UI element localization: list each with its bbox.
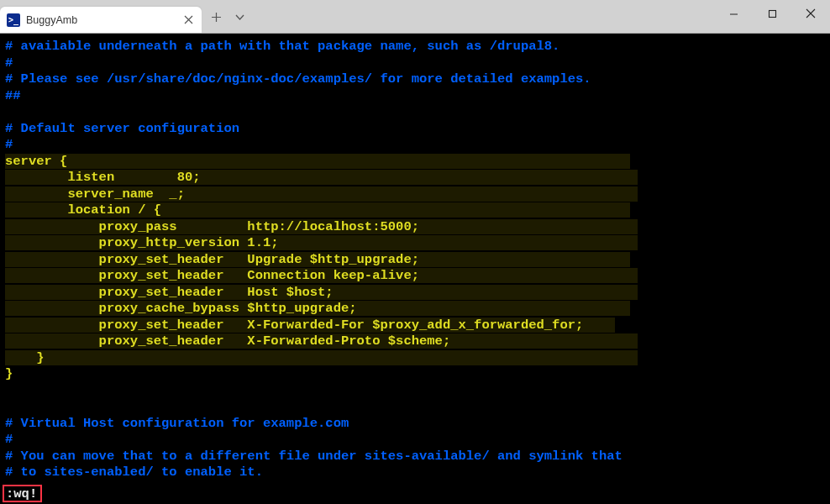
server-block-pad [419, 252, 630, 267]
server-block-line: proxy_set_header Upgrade $http_upgrade; [5, 252, 419, 267]
server-block-line: proxy_pass http://localhost:5000; [5, 219, 419, 234]
server-block-pad [67, 154, 630, 169]
server-block-line: proxy_cache_bypass $http_upgrade; [5, 301, 357, 316]
config-comment: # Default server configuration [5, 121, 239, 136]
server-block-pad [357, 301, 631, 316]
config-comment: # [5, 55, 13, 71]
server-block-line: proxy_http_version 1.1; [5, 235, 279, 250]
maximize-button[interactable] [753, 0, 791, 27]
terminal-area[interactable]: # available underneath a path with that … [0, 34, 830, 504]
title-bar: >_ BuggyAmb [0, 0, 830, 34]
config-comment: # Virtual Host configuration for example… [5, 416, 349, 431]
powershell-icon: >_ [7, 13, 20, 27]
tab-buggyamb[interactable]: >_ BuggyAmb [0, 7, 202, 33]
server-block-pad [450, 333, 638, 349]
tab-dropdown-button[interactable] [234, 11, 245, 23]
config-comment: # Please see /usr/share/doc/nginx-doc/ex… [5, 71, 591, 87]
server-block-line: proxy_set_header Connection keep-alive; [5, 268, 419, 283]
config-comment: # [5, 137, 13, 152]
server-block-line: } [5, 366, 13, 381]
server-block-pad [583, 318, 614, 333]
server-block-line: server { [5, 154, 67, 169]
close-window-button[interactable] [791, 0, 830, 27]
server-block-pad [279, 235, 638, 250]
config-comment: ## [5, 88, 21, 103]
server-block-pad [185, 186, 638, 202]
server-block-line: listen 80; [5, 170, 201, 185]
server-block-pad [419, 219, 638, 234]
server-block-line: } [5, 350, 45, 365]
vim-command-input[interactable]: :wq! [3, 485, 42, 502]
server-block-pad [201, 170, 638, 185]
server-block-line: location / { [5, 202, 161, 218]
minimize-button[interactable] [714, 0, 753, 27]
config-comment: # to sites-enabled/ to enable it. [5, 465, 263, 480]
svg-rect-0 [769, 10, 775, 17]
server-block-line: proxy_set_header X-Forwarded-Proto $sche… [5, 333, 450, 349]
tab-title: BuggyAmb [26, 14, 181, 26]
tab-bar-buttons [210, 0, 245, 34]
close-tab-button[interactable] [181, 13, 195, 27]
config-comment: # You can move that to a different file … [5, 449, 622, 464]
server-block-line: proxy_set_header Host $host; [5, 285, 334, 300]
new-tab-button[interactable] [210, 11, 222, 23]
window-controls [714, 0, 830, 34]
server-block-line: server_name _; [5, 186, 185, 202]
config-comment: # [5, 432, 13, 447]
config-comment: # available underneath a path with that … [5, 39, 559, 54]
server-block-line: proxy_set_header X-Forwarded-For $proxy_… [5, 318, 583, 333]
server-block-pad [45, 350, 638, 365]
server-block-pad [334, 285, 638, 300]
server-block-pad [419, 268, 638, 283]
server-block-pad [161, 202, 630, 218]
